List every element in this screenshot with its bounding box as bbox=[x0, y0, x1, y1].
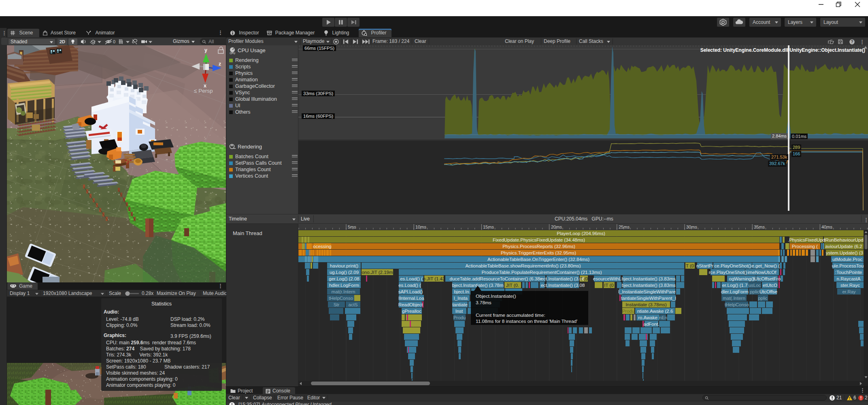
svg-text:n.RaycastA: n.RaycastA bbox=[837, 276, 861, 281]
svg-text:ect.Instantiate() (3.08: ect.Instantiate() (3.08 bbox=[541, 283, 585, 288]
svg-text:tHelpConso: tHelpConso bbox=[725, 302, 749, 307]
svg-text:Processing (: Processing ( bbox=[792, 244, 818, 249]
svg-text:es.Load() (: es.Load() ( bbox=[398, 283, 421, 288]
svg-text:Produ: Produ bbox=[622, 309, 635, 314]
svg-text:ster.Rayc: ster.Rayc bbox=[840, 283, 860, 288]
svg-text:25ms: 25ms bbox=[619, 225, 630, 229]
svg-text:mat(r.Intern: mat(r.Intern bbox=[332, 289, 355, 294]
svg-text:etUtcO: etUtcO bbox=[763, 283, 777, 288]
svg-text:tantiateSingleWithParent_I: tantiateSingleWithParent_I bbox=[621, 296, 676, 301]
svg-text:tUtcOffsetFro: tUtcOffsetFro bbox=[753, 276, 781, 281]
svg-text:tHelpConso: tHelpConso bbox=[329, 296, 353, 301]
svg-text:utModule.Proc: utModule.Proc bbox=[832, 257, 862, 262]
svg-text:pplic: pplic bbox=[758, 296, 768, 301]
svg-text:actS: actS bbox=[348, 302, 357, 307]
svg-text:nEn: nEn bbox=[659, 315, 667, 320]
svg-text:o.JIT (1.43: o.JIT (1.43 bbox=[423, 276, 445, 281]
svg-text:rce.PlayOneShot(): rce.PlayOneShot() bbox=[709, 270, 747, 275]
svg-text:ystem.Update() (3: ystem.Update() (3 bbox=[826, 250, 863, 255]
svg-text:pplic: pplic bbox=[750, 289, 760, 294]
svg-text:ect.Instantiate() (3.08: ect.Instantiate() (3.08 bbox=[541, 276, 585, 281]
svg-text:bject.In: bject.In bbox=[454, 289, 469, 294]
svg-text:duceTable.addResourceToContain: duceTable.addResourceToContainer() (6.38… bbox=[450, 276, 542, 281]
svg-text:ug.Log() (2.09: ug.Log() (2.09 bbox=[330, 270, 359, 275]
svg-text:ce.PlayOneShot(): ce.PlayOneShot() bbox=[715, 263, 751, 268]
svg-text:≤ Persp: ≤ Persp bbox=[194, 88, 213, 94]
svg-text:haviour.print(): haviour.print() bbox=[330, 263, 358, 268]
svg-text:ntiate.Awake (2.6: ntiate.Awake (2.6 bbox=[637, 309, 673, 314]
svg-text:IT (0: IT (0 bbox=[604, 283, 613, 288]
svg-text:bject.Instantiate() (3.83ms: bject.Instantiate() (3.83ms bbox=[622, 276, 676, 281]
svg-text:Physics.TriggerEnterExits (32.: Physics.TriggerEnterExits (32.95ms) bbox=[501, 250, 576, 255]
svg-text:PlayerLoop (204.96ms): PlayerLoop (204.96ms) bbox=[557, 231, 605, 236]
svg-text:0: 0 bbox=[113, 39, 115, 44]
svg-text:JIT (0.: JIT (0. bbox=[506, 283, 519, 288]
svg-text:ActionableTableBase.OnTriggerE: ActionableTableBase.OnTriggerEnter() (32… bbox=[487, 257, 589, 262]
svg-text:dler.LogForm: dler.LogForm bbox=[721, 289, 749, 294]
svg-text::TouchPointe: :TouchPointe bbox=[835, 270, 862, 275]
svg-text:UtcOffse: UtcOffse bbox=[760, 289, 778, 294]
svg-text:ono.JIT (2.19m: ono.JIT (2.19m bbox=[362, 270, 393, 275]
svg-text:aviourUpdate (6.2: aviourUpdate (6.2 bbox=[825, 244, 862, 249]
svg-text:adFont.: adFont. bbox=[644, 322, 660, 327]
svg-text:ger.Log() (2.08: ger.Log() (2.08 bbox=[329, 276, 359, 281]
svg-text:es.Load() (: es.Load() ( bbox=[400, 276, 423, 281]
svg-text:.PhysicsFixedUpd: .PhysicsFixedUpd bbox=[788, 237, 825, 242]
svg-text:ActionableTableBase.showRequir: ActionableTableBase.showRequirementInfo(… bbox=[465, 263, 581, 268]
svg-text:l_Insta: l_Insta bbox=[454, 296, 468, 301]
svg-text:esourceWithL: esourceWithL bbox=[593, 276, 622, 281]
svg-text:lInternal.Loa: lInternal.Loa bbox=[398, 296, 424, 301]
svg-text:z: z bbox=[219, 61, 221, 67]
svg-text:Produ: Produ bbox=[453, 315, 466, 320]
svg-text:?: ? bbox=[851, 40, 853, 44]
svg-text:T (0: T (0 bbox=[686, 263, 694, 268]
svg-text:hdler.LogForm: hdler.LogForm bbox=[329, 283, 359, 288]
svg-text:ReadObject: ReadObject bbox=[398, 302, 423, 307]
svg-text:tantiate: tantiate bbox=[452, 302, 468, 307]
svg-text:er.Log() (1.7: er.Log() (1.7 bbox=[722, 283, 748, 288]
svg-text:15ms: 15ms bbox=[483, 225, 494, 229]
svg-text:bject.Instantiate() (3.83ms: bject.Instantiate() (3.83ms bbox=[622, 283, 676, 288]
svg-text:ProduceTable.PopulateRequireme: ProduceTable.PopulateRequirementContaine… bbox=[481, 270, 602, 275]
svg-text:ocessing: ocessing bbox=[313, 244, 331, 249]
svg-text:imeNowUtcOf: imeNowUtcOf bbox=[748, 270, 777, 275]
svg-text:30ms: 30ms bbox=[686, 225, 697, 229]
svg-text:Instantiate (3.78ms): Instantiate (3.78ms) bbox=[625, 302, 667, 307]
svg-text:l_InstantiateSingleWithPare: l_InstantiateSingleWithPare bbox=[618, 289, 675, 294]
svg-text:nStartPr: nStartPr bbox=[696, 263, 713, 268]
svg-text:tRunBehaviourUpd: tRunBehaviourUpd bbox=[824, 237, 863, 242]
svg-text:35ms: 35ms bbox=[754, 225, 765, 229]
svg-text:e.get_Now() (: e.get_Now() ( bbox=[751, 263, 780, 268]
svg-text:sAPI.Load(): sAPI.Load() bbox=[398, 289, 423, 294]
svg-text:CPU: CPU bbox=[230, 52, 235, 55]
svg-text:ogWarning(): ogWarning() bbox=[729, 276, 755, 281]
svg-text:Physics.ProcessReports (32.96m: Physics.ProcessReports (32.96ms) bbox=[502, 244, 575, 249]
svg-text:gPrealloc: gPrealloc bbox=[402, 309, 421, 314]
svg-text:er.Ray: er.Ray bbox=[842, 289, 855, 294]
svg-text:20ms: 20ms bbox=[551, 225, 562, 229]
svg-text:Str: Str bbox=[334, 302, 340, 307]
svg-text:T (0: T (0 bbox=[580, 276, 588, 281]
svg-text:Inst: Inst bbox=[455, 309, 463, 314]
svg-text:ule.ProcessTou: ule.ProcessTou bbox=[832, 263, 864, 268]
svg-text:10ms: 10ms bbox=[415, 225, 426, 229]
svg-text:5ms: 5ms bbox=[348, 225, 356, 229]
svg-text:mat(.Intern: mat(.Intern bbox=[723, 296, 745, 301]
svg-text:usLoc: usLoc bbox=[749, 283, 761, 288]
svg-text:ro.Awake: ro.Awake bbox=[638, 315, 657, 320]
svg-text:y: y bbox=[204, 47, 207, 53]
svg-text:FixedUpdate.PhysicsFixedUpdate: FixedUpdate.PhysicsFixedUpdate (34.48ms) bbox=[493, 237, 585, 242]
svg-text:40ms: 40ms bbox=[821, 225, 832, 229]
